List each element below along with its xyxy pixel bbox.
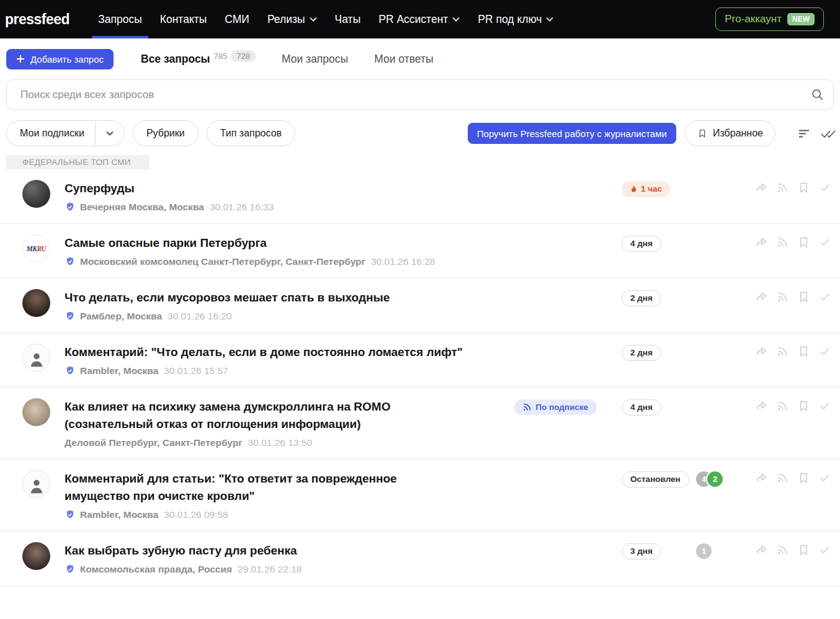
- check-icon[interactable]: [818, 399, 831, 412]
- request-source: Rambler, Москва: [80, 509, 158, 520]
- request-row[interactable]: Как выбрать зубную пасту для ребенка Ком…: [0, 532, 840, 586]
- request-title[interactable]: Суперфуды: [65, 180, 622, 197]
- delegate-to-pressfeed-button[interactable]: Поручить Pressfeed работу с журналистами: [468, 123, 676, 144]
- new-badge: NEW: [787, 13, 815, 25]
- request-source: Деловой Петербург, Санкт-Петербург: [65, 437, 243, 448]
- verified-shield-icon: [65, 202, 76, 213]
- request-title[interactable]: Как выбрать зубную пасту для ребенка: [65, 542, 622, 559]
- check-icon[interactable]: [818, 290, 831, 303]
- search-input[interactable]: [6, 79, 834, 110]
- person-silhouette-icon: [27, 477, 46, 496]
- nav-item-contacts[interactable]: Контакты: [160, 0, 207, 38]
- request-row[interactable]: Что делать, если мусоровоз мешает спать …: [0, 278, 840, 333]
- bookmark-icon[interactable]: [797, 399, 810, 412]
- share-icon[interactable]: [755, 543, 768, 556]
- rss-subscribe-icon[interactable]: [776, 181, 789, 194]
- tab-my-requests[interactable]: Мои запросы: [282, 53, 348, 66]
- request-row[interactable]: Как влияет на психику замена думскроллин…: [0, 388, 840, 460]
- nav-item-pr-turnkey[interactable]: PR под ключ: [478, 0, 553, 38]
- bookmark-icon[interactable]: [797, 236, 810, 249]
- rubrics-filter[interactable]: Рубрики: [133, 120, 199, 146]
- search-icon[interactable]: [811, 88, 824, 101]
- rss-subscribe-icon[interactable]: [776, 290, 789, 303]
- nav-item-pr-assistant[interactable]: PR Ассистент: [378, 0, 460, 38]
- double-check-icon[interactable]: [820, 125, 836, 141]
- share-icon[interactable]: [755, 471, 768, 484]
- time-left-badge: 2 дня: [622, 345, 661, 361]
- journalist-avatar: [22, 180, 50, 208]
- check-icon[interactable]: [818, 181, 831, 194]
- person-silhouette-icon: [27, 350, 46, 369]
- share-icon[interactable]: [755, 290, 768, 303]
- nav-item-requests[interactable]: Запросы: [98, 0, 142, 38]
- request-title[interactable]: Самые опасные парки Петербурга: [65, 234, 622, 252]
- time-left-badge: 4 дня: [622, 236, 661, 252]
- time-left-badge: 1 час: [622, 181, 670, 197]
- chevron-down-icon: [546, 17, 553, 22]
- tab-my-answers[interactable]: Мои ответы: [374, 53, 433, 66]
- request-datetime: 30.01.26 09:58: [164, 509, 228, 520]
- share-icon[interactable]: [755, 345, 768, 358]
- request-datetime: 30.01.26 15:57: [164, 365, 228, 376]
- bookmark-icon[interactable]: [797, 181, 810, 194]
- request-type-filter[interactable]: Тип запросов: [207, 120, 295, 146]
- request-meta: Комсомольская правда, Россия 29.01.26 22…: [65, 564, 622, 575]
- pro-account-button[interactable]: Pro-аккаунт NEW: [715, 7, 824, 31]
- check-icon[interactable]: [818, 543, 831, 556]
- status-badge: Остановлен: [622, 471, 689, 488]
- bookmark-icon[interactable]: [797, 543, 810, 556]
- my-subscriptions-filter[interactable]: Мои подписки: [6, 120, 125, 146]
- rss-subscribe-icon[interactable]: [776, 471, 789, 484]
- request-source: Rambler, Москва: [80, 365, 158, 376]
- subscriptions-dropdown-toggle[interactable]: [96, 131, 124, 136]
- request-source: Вечерняя Москва, Москва: [80, 202, 204, 213]
- request-title[interactable]: Как влияет на психику замена думскроллин…: [65, 398, 514, 433]
- time-left-badge: 3 дня: [622, 543, 661, 559]
- request-title[interactable]: Что делать, если мусоровоз мешает спать …: [65, 289, 622, 306]
- rss-subscribe-icon[interactable]: [776, 543, 789, 556]
- row-actions: [748, 471, 831, 484]
- share-icon[interactable]: [755, 236, 768, 249]
- chevron-down-icon: [106, 131, 114, 136]
- check-icon[interactable]: [818, 471, 831, 484]
- row-actions: [748, 543, 831, 556]
- sort-icon[interactable]: [797, 126, 811, 141]
- request-row[interactable]: MKRU Самые опасные парки Петербурга Моск…: [0, 224, 840, 278]
- rss-icon: [523, 403, 531, 411]
- request-title[interactable]: Комментарий для статьи: "Кто ответит за …: [65, 470, 622, 505]
- verified-shield-icon: [65, 311, 76, 322]
- favorites-button[interactable]: Избранное: [685, 120, 775, 146]
- bookmark-icon[interactable]: [797, 345, 810, 358]
- bookmark-icon[interactable]: [797, 471, 810, 484]
- request-list: Суперфуды Вечерняя Москва, Москва 30.01.…: [0, 169, 840, 586]
- request-datetime: 30.01.26 16:20: [168, 311, 231, 322]
- bookmark-icon[interactable]: [797, 290, 810, 303]
- share-icon[interactable]: [755, 399, 768, 412]
- request-tabs: Все запросы 785 728 Мои запросы Мои отве…: [141, 53, 434, 66]
- pressfeed-logo[interactable]: pressfeed: [5, 11, 69, 28]
- request-datetime: 30.01.26 16:33: [210, 202, 274, 213]
- request-row[interactable]: Суперфуды Вечерняя Москва, Москва 30.01.…: [0, 169, 840, 224]
- request-row[interactable]: Комментарий для статьи: "Кто ответит за …: [0, 460, 840, 532]
- bookmark-icon: [697, 128, 707, 139]
- request-meta: Rambler, Москва 30.01.26 09:58: [65, 509, 622, 520]
- row-actions: [748, 345, 831, 358]
- check-icon[interactable]: [818, 236, 831, 249]
- nav-item-releases[interactable]: Релизы: [267, 0, 317, 38]
- rss-subscribe-icon[interactable]: [776, 399, 789, 412]
- tab-all-requests[interactable]: Все запросы 785 728: [141, 53, 256, 66]
- nav-item-chats[interactable]: Чаты: [335, 0, 361, 38]
- request-meta: Rambler, Москва 30.01.26 15:57: [65, 365, 622, 376]
- rss-subscribe-icon[interactable]: [776, 345, 789, 358]
- rss-subscribe-icon[interactable]: [776, 236, 789, 249]
- request-title[interactable]: Комментарий: "Что делать, если в доме по…: [65, 344, 622, 361]
- time-left-badge: 2 дня: [622, 290, 661, 306]
- search-bar: [6, 79, 834, 110]
- nav-item-smi[interactable]: СМИ: [225, 0, 249, 38]
- check-icon[interactable]: [818, 345, 831, 358]
- request-row[interactable]: Комментарий: "Что делать, если в доме по…: [0, 333, 840, 388]
- share-icon[interactable]: [755, 181, 768, 194]
- add-request-button[interactable]: Добавить запрос: [6, 49, 114, 69]
- request-meta: Рамблер, Москва 30.01.26 16:20: [65, 311, 622, 322]
- request-datetime: 29.01.26 22:18: [238, 564, 302, 575]
